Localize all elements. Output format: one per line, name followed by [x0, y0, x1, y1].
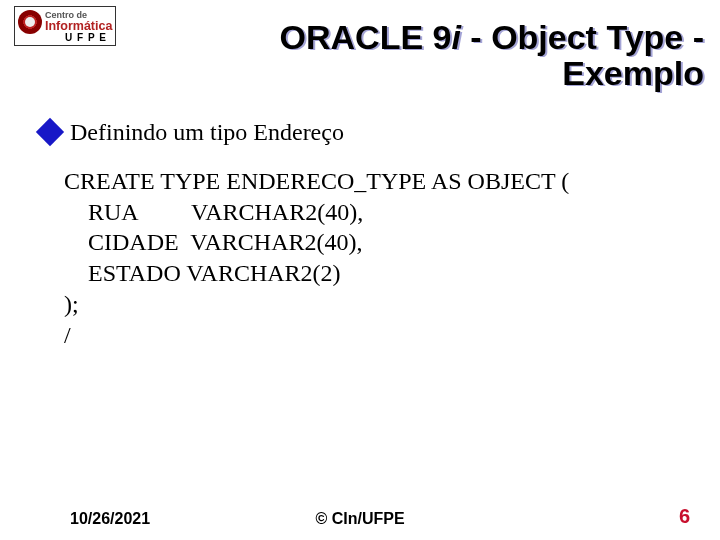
cin-logo: Centro de Informática U F P E: [14, 6, 116, 46]
slide-title: ORACLE 9i - Object Type - Exemplo: [120, 20, 704, 91]
title-text-a: ORACLE 9: [280, 18, 452, 56]
footer-copyright: © CIn/UFPE: [0, 510, 720, 528]
slide: Centro de Informática U F P E ORACLE 9i …: [0, 0, 720, 540]
code-line: );: [64, 291, 79, 317]
code-line: CREATE TYPE ENDERECO_TYPE AS OBJECT (: [64, 168, 569, 194]
title-text-b: - Object Type -: [461, 18, 704, 56]
bullet-text: Definindo um tipo Endereço: [70, 118, 344, 147]
title-line-1: ORACLE 9i - Object Type -: [120, 20, 704, 56]
logo-sub: U F P E: [65, 33, 107, 43]
code-block: CREATE TYPE ENDERECO_TYPE AS OBJECT ( RU…: [64, 166, 696, 350]
logo-line2: Informática: [45, 19, 112, 33]
code-line: ESTADO VARCHAR2(2): [64, 260, 341, 286]
title-text-i: i: [451, 18, 460, 56]
title-line-2: Exemplo: [120, 56, 704, 92]
code-line: /: [64, 322, 71, 348]
code-line: CIDADE VARCHAR2(40),: [64, 229, 362, 255]
diamond-bullet-icon: [36, 118, 64, 146]
bullet-item: Definindo um tipo Endereço: [40, 118, 696, 147]
code-line: RUA VARCHAR2(40),: [64, 199, 363, 225]
page-number: 6: [679, 505, 690, 528]
gear-icon: [18, 10, 42, 34]
footer: 10/26/2021 © CIn/UFPE 6: [0, 504, 720, 528]
